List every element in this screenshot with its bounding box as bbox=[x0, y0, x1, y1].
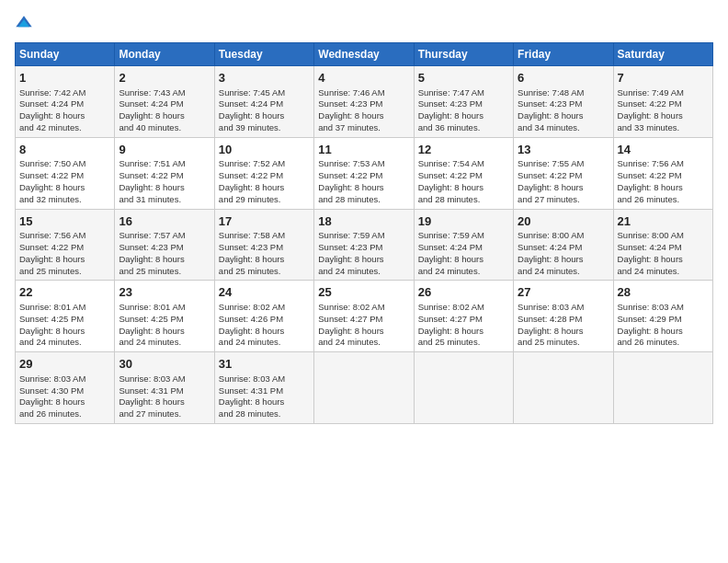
calendar-cell: 25Sunrise: 8:02 AMSunset: 4:27 PMDayligh… bbox=[314, 281, 414, 352]
calendar-cell: 10Sunrise: 7:52 AMSunset: 4:22 PMDayligh… bbox=[214, 137, 313, 209]
calendar-cell: 28Sunrise: 8:03 AMSunset: 4:29 PMDayligh… bbox=[613, 281, 712, 352]
calendar-header-row: SundayMondayTuesdayWednesdayThursdayFrid… bbox=[16, 43, 713, 66]
calendar-cell: 16Sunrise: 7:57 AMSunset: 4:23 PMDayligh… bbox=[115, 209, 214, 281]
calendar-cell: 30Sunrise: 8:03 AMSunset: 4:31 PMDayligh… bbox=[115, 352, 214, 424]
day-number: 11 bbox=[318, 142, 409, 158]
calendar-cell: 12Sunrise: 7:54 AMSunset: 4:22 PMDayligh… bbox=[414, 137, 513, 209]
day-number: 15 bbox=[19, 213, 110, 230]
day-number: 25 bbox=[318, 284, 409, 301]
calendar-cell: 4Sunrise: 7:46 AMSunset: 4:23 PMDaylight… bbox=[314, 66, 414, 138]
column-header-thursday: Thursday bbox=[414, 43, 513, 66]
calendar-table: SundayMondayTuesdayWednesdayThursdayFrid… bbox=[15, 42, 713, 424]
calendar-cell: 23Sunrise: 8:01 AMSunset: 4:25 PMDayligh… bbox=[115, 281, 214, 352]
day-number: 29 bbox=[19, 356, 110, 373]
calendar-cell: 13Sunrise: 7:55 AMSunset: 4:22 PMDayligh… bbox=[514, 137, 613, 209]
calendar-cell: 21Sunrise: 8:00 AMSunset: 4:24 PMDayligh… bbox=[613, 209, 712, 281]
calendar-cell: 22Sunrise: 8:01 AMSunset: 4:25 PMDayligh… bbox=[16, 281, 115, 352]
day-number: 2 bbox=[119, 70, 210, 86]
day-number: 14 bbox=[618, 142, 709, 158]
day-number: 17 bbox=[219, 213, 310, 230]
calendar-cell: 17Sunrise: 7:58 AMSunset: 4:23 PMDayligh… bbox=[214, 209, 313, 281]
calendar-cell: 11Sunrise: 7:53 AMSunset: 4:22 PMDayligh… bbox=[314, 137, 414, 209]
column-header-wednesday: Wednesday bbox=[314, 43, 414, 66]
day-number: 19 bbox=[418, 213, 509, 230]
column-header-saturday: Saturday bbox=[613, 43, 712, 66]
day-number: 5 bbox=[418, 70, 509, 86]
day-number: 8 bbox=[19, 142, 110, 158]
day-number: 23 bbox=[119, 284, 210, 301]
calendar-cell: 26Sunrise: 8:02 AMSunset: 4:27 PMDayligh… bbox=[414, 281, 513, 352]
calendar-week-row: 15Sunrise: 7:56 AMSunset: 4:22 PMDayligh… bbox=[16, 209, 713, 281]
calendar-cell: 20Sunrise: 8:00 AMSunset: 4:24 PMDayligh… bbox=[514, 209, 613, 281]
calendar-week-row: 8Sunrise: 7:50 AMSunset: 4:22 PMDaylight… bbox=[16, 137, 713, 209]
calendar-cell: 14Sunrise: 7:56 AMSunset: 4:22 PMDayligh… bbox=[613, 137, 712, 209]
calendar-cell: 29Sunrise: 8:03 AMSunset: 4:30 PMDayligh… bbox=[16, 352, 115, 424]
day-number: 26 bbox=[418, 284, 509, 301]
page: SundayMondayTuesdayWednesdayThursdayFrid… bbox=[0, 0, 728, 563]
calendar-week-row: 29Sunrise: 8:03 AMSunset: 4:30 PMDayligh… bbox=[16, 352, 713, 424]
day-number: 10 bbox=[219, 142, 310, 158]
calendar-cell: 6Sunrise: 7:48 AMSunset: 4:23 PMDaylight… bbox=[514, 66, 613, 138]
calendar-cell: 15Sunrise: 7:56 AMSunset: 4:22 PMDayligh… bbox=[16, 209, 115, 281]
day-number: 4 bbox=[318, 70, 409, 86]
column-header-monday: Monday bbox=[115, 43, 214, 66]
logo-icon bbox=[15, 15, 33, 33]
calendar-cell: 24Sunrise: 8:02 AMSunset: 4:26 PMDayligh… bbox=[214, 281, 313, 352]
calendar-cell: 9Sunrise: 7:51 AMSunset: 4:22 PMDaylight… bbox=[115, 137, 214, 209]
column-header-sunday: Sunday bbox=[16, 43, 115, 66]
day-number: 16 bbox=[119, 213, 210, 230]
day-number: 21 bbox=[618, 213, 709, 230]
calendar-cell: 31Sunrise: 8:03 AMSunset: 4:31 PMDayligh… bbox=[214, 352, 313, 424]
calendar-cell: 19Sunrise: 7:59 AMSunset: 4:24 PMDayligh… bbox=[414, 209, 513, 281]
calendar-cell: 18Sunrise: 7:59 AMSunset: 4:23 PMDayligh… bbox=[314, 209, 414, 281]
day-number: 30 bbox=[119, 356, 210, 373]
day-number: 13 bbox=[518, 142, 609, 158]
calendar-cell bbox=[414, 352, 513, 424]
day-number: 28 bbox=[618, 284, 709, 301]
calendar-cell: 2Sunrise: 7:43 AMSunset: 4:24 PMDaylight… bbox=[115, 66, 214, 138]
day-number: 24 bbox=[219, 284, 310, 301]
day-number: 12 bbox=[418, 142, 509, 158]
calendar-cell bbox=[514, 352, 613, 424]
calendar-cell: 8Sunrise: 7:50 AMSunset: 4:22 PMDaylight… bbox=[16, 137, 115, 209]
calendar-cell bbox=[613, 352, 712, 424]
calendar-cell: 7Sunrise: 7:49 AMSunset: 4:22 PMDaylight… bbox=[613, 66, 712, 138]
day-number: 31 bbox=[219, 356, 310, 373]
calendar-cell: 5Sunrise: 7:47 AMSunset: 4:23 PMDaylight… bbox=[414, 66, 513, 138]
column-header-friday: Friday bbox=[514, 43, 613, 66]
calendar-week-row: 1Sunrise: 7:42 AMSunset: 4:24 PMDaylight… bbox=[16, 66, 713, 138]
calendar-week-row: 22Sunrise: 8:01 AMSunset: 4:25 PMDayligh… bbox=[16, 281, 713, 352]
calendar-cell: 3Sunrise: 7:45 AMSunset: 4:24 PMDaylight… bbox=[214, 66, 313, 138]
day-number: 7 bbox=[618, 70, 709, 86]
day-number: 18 bbox=[318, 213, 409, 230]
header bbox=[15, 15, 713, 33]
calendar-cell: 1Sunrise: 7:42 AMSunset: 4:24 PMDaylight… bbox=[16, 66, 115, 138]
day-number: 20 bbox=[518, 213, 609, 230]
calendar-body: 1Sunrise: 7:42 AMSunset: 4:24 PMDaylight… bbox=[16, 66, 713, 424]
day-number: 6 bbox=[518, 70, 609, 86]
day-number: 9 bbox=[119, 142, 210, 158]
column-header-tuesday: Tuesday bbox=[214, 43, 313, 66]
logo bbox=[15, 15, 37, 33]
calendar-cell bbox=[314, 352, 414, 424]
calendar-cell: 27Sunrise: 8:03 AMSunset: 4:28 PMDayligh… bbox=[514, 281, 613, 352]
day-number: 3 bbox=[219, 70, 310, 86]
day-number: 1 bbox=[19, 70, 110, 86]
day-number: 27 bbox=[518, 284, 609, 301]
day-number: 22 bbox=[19, 284, 110, 301]
